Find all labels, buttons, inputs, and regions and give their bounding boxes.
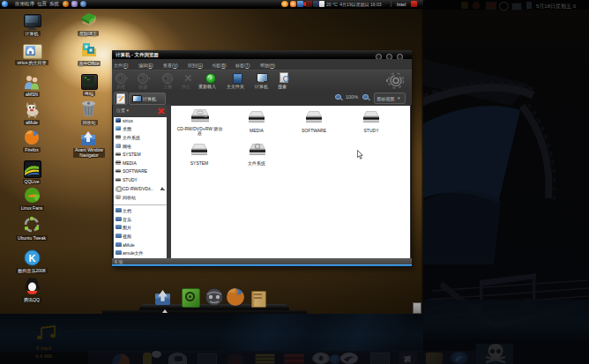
svg-text:K: K bbox=[29, 253, 36, 264]
